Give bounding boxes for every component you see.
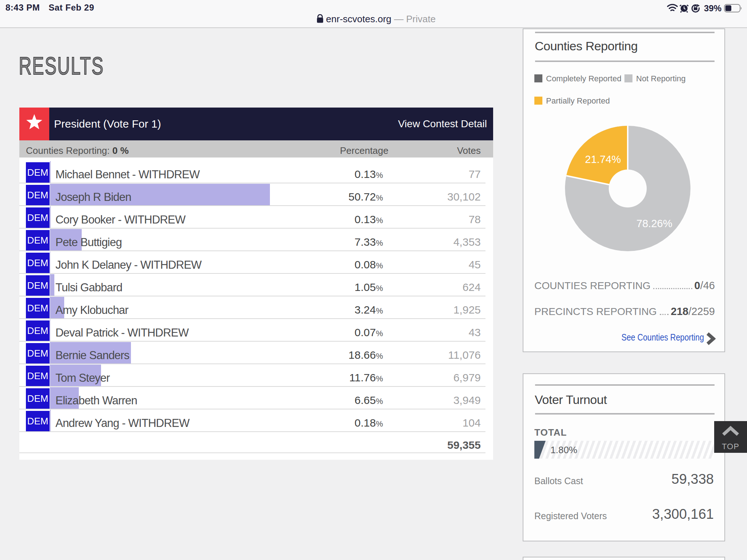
svg-text:78.26%: 78.26% (636, 218, 672, 229)
svg-text:21.74%: 21.74% (585, 153, 621, 165)
svg-text:39%: 39% (704, 3, 721, 13)
svg-text:RESULTS: RESULTS (19, 52, 104, 80)
